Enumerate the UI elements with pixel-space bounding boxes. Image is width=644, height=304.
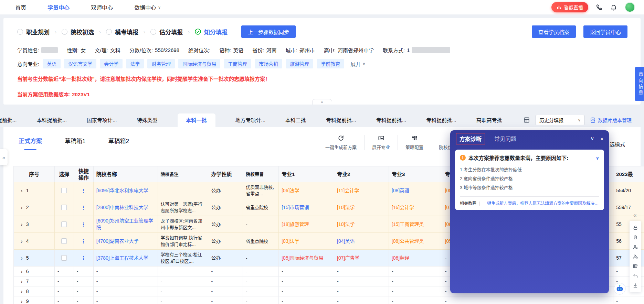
tab-draft-1[interactable]: 草稿箱1 [65, 136, 85, 150]
major1-cell[interactable]: [06]法学 [279, 182, 334, 199]
college-name-link[interactable]: [6090]郑州航空工业管理学院 [94, 216, 158, 233]
row-checkbox[interactable] [61, 221, 67, 227]
row-actions-icon[interactable]: ⋮ [81, 255, 86, 261]
generate-new-plan-button[interactable]: 一键生成新方案 [318, 135, 364, 150]
major-tag[interactable]: 国际经济与贸易 [178, 59, 220, 68]
row-expand-icon[interactable]: › [21, 205, 23, 210]
college-name-link[interactable]: [3780]上海工程技术大学 [94, 250, 158, 267]
lock-tool[interactable] [630, 223, 641, 232]
download-tool[interactable] [630, 281, 641, 290]
row-expand-icon[interactable]: › [21, 269, 23, 274]
tab-draft-2[interactable]: 草稿箱2 [108, 136, 129, 150]
major2-cell[interactable]: [07]广告学 [334, 250, 389, 267]
expand-majors-button[interactable]: 展开 ∨ [350, 60, 365, 67]
popup-close-icon[interactable]: × [600, 136, 603, 142]
row-expand-icon[interactable]: › [21, 188, 23, 194]
step-estimate-filling[interactable]: 估分填报 [150, 28, 183, 36]
batch-tab-6[interactable]: 本科二批 [285, 113, 306, 127]
major1-cell[interactable]: [15]市场营销 [279, 199, 334, 216]
row-actions-icon[interactable]: ⋮ [81, 187, 86, 194]
find-student-tool[interactable] [630, 242, 641, 252]
popup-tab-diagnosis[interactable]: 方案诊断 [456, 133, 485, 144]
row-checkbox[interactable] [61, 188, 67, 193]
step-known-score-filling[interactable]: 知分填报 [195, 28, 228, 36]
undo-tool[interactable] [630, 271, 641, 281]
college-name-link[interactable]: [4700]湖南农业大学 [94, 233, 158, 250]
phone-icon[interactable] [596, 4, 603, 11]
major1-cell[interactable]: [18]旅游管理 [279, 216, 334, 233]
delete-tool[interactable] [630, 232, 641, 242]
mode-toggle-partial[interactable]: 选模式 [610, 140, 625, 148]
chevron-down-icon[interactable]: ∨ [595, 155, 599, 161]
intention-info-side-tab[interactable]: 意向信息 [635, 67, 644, 101]
database-version-manage-link[interactable]: 数据库版本管理 [590, 117, 632, 123]
batch-tab-3[interactable]: 特殊类型 [137, 113, 158, 127]
compare-tool[interactable] [630, 261, 641, 271]
row-checkbox[interactable] [61, 238, 67, 244]
left-expand-handle[interactable]: » [0, 149, 8, 165]
user-avatar[interactable] [625, 2, 635, 12]
nav-data-center[interactable]: 数据中心 ∨ [134, 3, 161, 11]
major3-cell[interactable]: [16]会计学 [389, 199, 442, 216]
row-expand-icon[interactable]: › [21, 279, 23, 284]
row-actions-icon[interactable]: ⋮ [81, 204, 86, 211]
major-tag[interactable]: 学前教育 [317, 59, 344, 68]
major2-cell[interactable]: [10]法学 [334, 216, 389, 233]
batch-tab-1[interactable]: 本科提前批... [37, 113, 67, 127]
major2-cell[interactable]: [10]法学 [334, 199, 389, 216]
batch-tab-7[interactable]: 专科提前批... [326, 113, 356, 127]
major3-cell[interactable]: [08]公共管理类 [389, 233, 442, 250]
batch-tab-5[interactable]: 地方专项计... [235, 113, 266, 127]
row-expand-icon[interactable]: › [21, 238, 23, 244]
batch-tab-8[interactable]: 专科提前批... [376, 113, 407, 127]
row-expand-icon[interactable]: › [21, 289, 23, 294]
major1-cell[interactable]: [05]国际经济与贸易 [279, 250, 334, 267]
tab-official-plan[interactable]: 正式方案 [19, 136, 42, 150]
history-score-select[interactable]: 历史分填报 ∨ [536, 115, 584, 125]
batch-tab-benke-yipi[interactable]: 本科一批 [178, 113, 215, 127]
sync-previous-step-button[interactable]: 上一步骤数据同步 [241, 25, 296, 38]
nav-student-center[interactable]: 学员中心 [47, 3, 70, 11]
batch-tab-10[interactable]: 高职高专批 [476, 113, 502, 127]
step-college-preselect[interactable]: 院校初选 [62, 28, 94, 36]
college-name-link[interactable]: [2800]中南林业科技大学 [94, 199, 158, 216]
major-tag[interactable]: 法学 [126, 59, 144, 68]
major-tag[interactable]: 会计学 [100, 59, 123, 68]
step-career-planning[interactable]: 职业规划 [17, 28, 50, 36]
row-expand-icon[interactable]: › [21, 298, 23, 304]
major1-cell[interactable]: [03]法学 [279, 233, 334, 250]
row-actions-icon[interactable]: ⋮ [81, 221, 86, 228]
collapse-info-card-button[interactable]: ∧ [312, 99, 332, 105]
batch-tab-0[interactable]: 科提前批... [0, 113, 17, 127]
popup-tab-faq[interactable]: 常见问题 [494, 134, 516, 143]
bell-icon[interactable] [610, 4, 617, 11]
popup-collapse-icon[interactable]: ∨ [590, 135, 594, 142]
student-rating-tool[interactable] [630, 252, 641, 261]
row-actions-icon[interactable]: ⋮ [81, 238, 86, 245]
nav-home[interactable]: 首页 [15, 3, 26, 11]
panel-layout-icon[interactable] [523, 117, 530, 123]
row-checkbox[interactable] [61, 205, 67, 210]
return-student-center-button[interactable]: 返回学员中心 [583, 25, 627, 38]
major-tag[interactable]: 市场营销 [255, 59, 282, 68]
expand-majors-columns-button[interactable]: 展开专业 [364, 135, 398, 150]
major-tag[interactable]: 旅游管理 [286, 59, 313, 68]
step-mock-filling[interactable]: 模考填报 [106, 28, 138, 36]
column-collapse-handle[interactable]: « [633, 212, 636, 219]
nav-dual-teacher-center[interactable]: 双师中心 [91, 3, 113, 11]
major-tag[interactable]: 英语 [43, 59, 61, 68]
major3-cell[interactable]: [08]英语 [389, 182, 442, 199]
row-expand-icon[interactable]: › [21, 221, 23, 227]
row-expand-icon[interactable]: › [21, 255, 23, 261]
assistant-robot-button[interactable] [614, 283, 626, 295]
college-name-link[interactable]: [6095]华北水利水电大学 [94, 182, 158, 199]
qa-live-button[interactable]: 答疑直播 [551, 2, 588, 12]
major2-cell[interactable]: [04]英语 [334, 233, 389, 250]
major2-cell[interactable]: [11]会计学 [334, 182, 389, 199]
major3-cell[interactable]: [15]工商管理类 [389, 216, 442, 233]
view-student-profile-button[interactable]: 查看学员档案 [532, 25, 576, 38]
tutorial-link[interactable]: 一键生成新方案后，推荐志愿无法填满方案的主要原因及解决方案 [483, 200, 599, 206]
major-tag[interactable]: 财务管理 [147, 59, 175, 68]
major3-cell[interactable]: [06]翻译 [389, 250, 442, 267]
row-checkbox[interactable] [61, 255, 67, 261]
